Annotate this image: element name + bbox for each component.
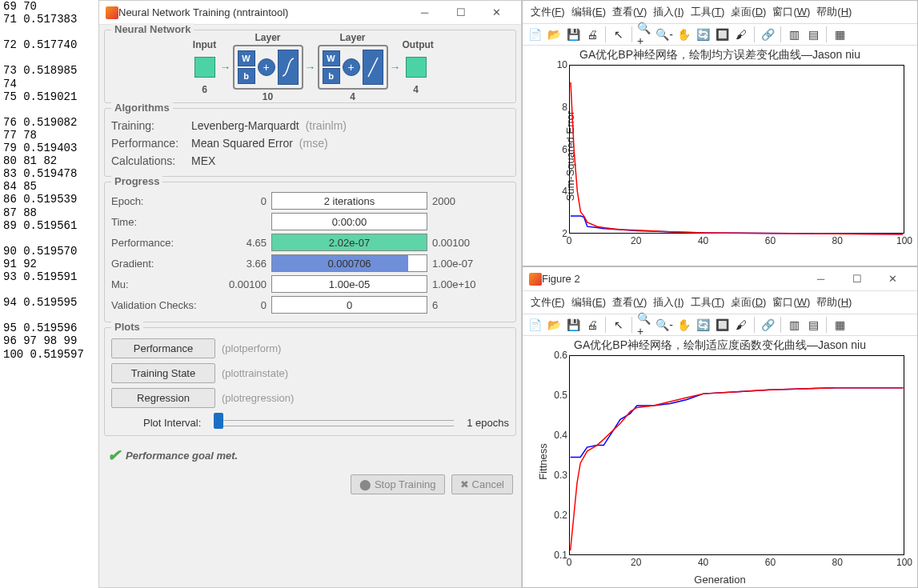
chart-title: GA优化BP神经网络，绘制适应度函数变化曲线—Jason niu: [523, 336, 917, 355]
link-icon[interactable]: 🔗: [759, 26, 776, 43]
titlebar: Figure 2 ─ ☐ ✕: [523, 267, 917, 291]
nn-diagram: Input 6 → Layer Wb + 10 → Layer: [111, 38, 509, 96]
menu-desktop[interactable]: 桌面(D): [728, 3, 769, 21]
y-axis-label: Fittness: [537, 443, 549, 480]
validation-bar: 0: [271, 296, 427, 314]
minimize-button[interactable]: ─: [803, 268, 839, 290]
minimize-button[interactable]: ─: [407, 2, 443, 24]
status-row: ✔ Performance goal met.: [99, 441, 521, 470]
panel-title: Progress: [111, 175, 162, 187]
menubar: 文件(F) 编辑(E) 查看(V) 插入(I) 工具(T) 桌面(D) 窗口(W…: [523, 1, 917, 23]
matlab-icon: [106, 6, 118, 19]
menu-tools[interactable]: 工具(T): [687, 3, 728, 21]
zoom-out-icon[interactable]: 🔍-: [655, 316, 673, 334]
cancel-button[interactable]: ✖Cancel: [451, 474, 513, 494]
nntraintool-window: Neural Network Training (nntraintool) ─ …: [98, 0, 522, 588]
panel-title: Plots: [111, 321, 143, 333]
datatip-icon[interactable]: 🔲: [713, 316, 731, 334]
pointer-icon[interactable]: ↖: [610, 316, 627, 334]
plot-interval-label: Plot Interval:: [111, 417, 207, 429]
panel-title: Neural Network: [111, 23, 194, 35]
maximize-button[interactable]: ☐: [839, 268, 875, 290]
menu-file[interactable]: 文件(F): [527, 3, 568, 21]
legend-icon[interactable]: ▤: [804, 316, 822, 334]
chart-1: GA优化BP神经网络，绘制均方误差变化曲线—Jason niu Sum-Squa…: [523, 46, 917, 266]
menu-window[interactable]: 窗口(W): [769, 294, 813, 311]
pointer-icon[interactable]: ↖: [610, 26, 627, 43]
menu-view[interactable]: 查看(V): [609, 3, 650, 21]
layout-icon[interactable]: ▦: [831, 316, 848, 334]
gradient-bar: 0.000706: [271, 254, 427, 272]
arrow-icon: →: [220, 61, 231, 74]
brush-icon[interactable]: 🖌: [732, 316, 750, 334]
plot-interval-slider[interactable]: [214, 420, 454, 426]
menu-help[interactable]: 帮助(H): [813, 3, 855, 21]
toolbar: 📄 📂 💾 🖨 ↖ 🔍+ 🔍- ✋ 🔄 🔲 🖌 🔗 ▥ ▤ ▦: [523, 314, 917, 336]
stop-training-button[interactable]: ⬤Stop Training: [351, 474, 445, 494]
zoom-out-icon[interactable]: 🔍-: [655, 26, 673, 43]
save-icon[interactable]: 💾: [564, 316, 582, 334]
menu-file[interactable]: 文件(F): [527, 294, 568, 311]
open-icon[interactable]: 📂: [545, 26, 563, 43]
datatip-icon[interactable]: 🔲: [713, 26, 731, 43]
cancel-icon: ✖: [460, 478, 469, 490]
regression-plot-button[interactable]: Regression: [111, 388, 215, 408]
colorbar-icon[interactable]: ▥: [785, 26, 803, 43]
link-icon[interactable]: 🔗: [759, 316, 776, 334]
titlebar: Neural Network Training (nntraintool) ─ …: [99, 1, 521, 25]
chart-2: GA优化BP神经网络，绘制适应度函数变化曲线—Jason niu Fittnes…: [523, 336, 917, 587]
menu-view[interactable]: 查看(V): [609, 294, 650, 311]
performance-bar: 2.02e-07: [271, 234, 427, 251]
menu-insert[interactable]: 插入(I): [650, 294, 687, 311]
legend-icon[interactable]: ▤: [804, 26, 822, 43]
time-bar: 0:00:00: [271, 213, 427, 230]
mu-bar: 1.00e-05: [271, 275, 427, 293]
maximize-button[interactable]: ☐: [443, 2, 479, 24]
zoom-in-icon[interactable]: 🔍+: [636, 26, 654, 43]
colorbar-icon[interactable]: ▥: [785, 316, 803, 334]
neural-network-panel: Neural Network Input 6 → Layer Wb + 10 →: [104, 30, 516, 103]
algorithms-panel: Algorithms Training:Levenberg-Marquardt(…: [104, 108, 516, 177]
print-icon[interactable]: 🖨: [583, 26, 601, 43]
new-icon[interactable]: 📄: [526, 316, 543, 334]
brush-icon[interactable]: 🖌: [732, 26, 750, 43]
check-icon: ✔: [107, 446, 121, 465]
menu-tools[interactable]: 工具(T): [687, 294, 728, 311]
plots-panel: Plots Performance(plotperform) Training …: [104, 327, 516, 436]
open-icon[interactable]: 📂: [545, 316, 563, 334]
nn-hidden-layer: Layer Wb + 10: [233, 45, 303, 90]
menu-insert[interactable]: 插入(I): [650, 3, 687, 21]
arrow-icon: →: [305, 61, 316, 74]
new-icon[interactable]: 📄: [526, 26, 543, 43]
panel-title: Algorithms: [111, 102, 173, 114]
rotate-icon[interactable]: 🔄: [694, 316, 712, 334]
pan-icon[interactable]: ✋: [675, 26, 692, 43]
epoch-bar: 2 iterations: [271, 192, 427, 210]
menu-edit[interactable]: 编辑(E): [568, 3, 609, 21]
menu-desktop[interactable]: 桌面(D): [728, 294, 769, 311]
nn-input: Input 6: [191, 54, 218, 81]
close-button[interactable]: ✕: [875, 268, 911, 290]
training-state-plot-button[interactable]: Training State: [111, 363, 215, 383]
progress-panel: Progress Epoch:02 iterations2000 Time:0:…: [104, 182, 516, 322]
save-icon[interactable]: 💾: [564, 26, 582, 43]
window-title: Neural Network Training (nntraintool): [118, 6, 288, 18]
toolbar: 📄 📂 💾 🖨 ↖ 🔍+ 🔍- ✋ 🔄 🔲 🖌 🔗 ▥ ▤ ▦: [523, 23, 917, 46]
pan-icon[interactable]: ✋: [675, 316, 692, 334]
menu-help[interactable]: 帮助(H): [813, 294, 855, 311]
nn-output-layer: Layer Wb + 4: [318, 45, 388, 90]
menu-edit[interactable]: 编辑(E): [568, 294, 609, 311]
close-button[interactable]: ✕: [479, 2, 515, 24]
menubar: 文件(F) 编辑(E) 查看(V) 插入(I) 工具(T) 桌面(D) 窗口(W…: [523, 291, 917, 314]
status-text: Performance goal met.: [126, 450, 238, 462]
rotate-icon[interactable]: 🔄: [694, 26, 712, 43]
menu-window[interactable]: 窗口(W): [769, 3, 813, 21]
layout-icon[interactable]: ▦: [831, 26, 848, 43]
x-axis-label: Generation: [523, 574, 917, 586]
figure-1-window: 文件(F) 编辑(E) 查看(V) 插入(I) 工具(T) 桌面(D) 窗口(W…: [522, 0, 918, 266]
print-icon[interactable]: 🖨: [583, 316, 601, 334]
performance-plot-button[interactable]: Performance: [111, 338, 215, 358]
zoom-in-icon[interactable]: 🔍+: [636, 316, 654, 334]
stop-icon: ⬤: [359, 478, 371, 490]
nn-output: Output 4: [403, 54, 430, 81]
